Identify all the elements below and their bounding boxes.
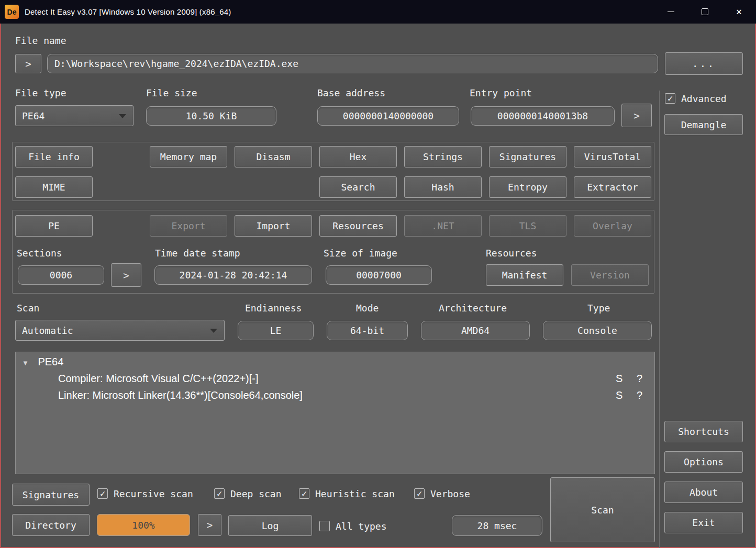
exit-button[interactable]: Exit — [664, 512, 743, 533]
memory-map-button[interactable]: Memory map — [150, 146, 227, 167]
deep-scan-label: Deep scan — [230, 488, 282, 499]
scan-method-select[interactable]: Automatic — [15, 320, 225, 341]
check-icon: ✓ — [417, 489, 422, 498]
file-path-input[interactable]: D:\Workspace\rev\hgame_2024\ezIDA\ezIDA.… — [47, 54, 658, 73]
all-types-label: All types — [336, 521, 387, 532]
file-type-label: File type — [15, 87, 66, 98]
heuristic-scan-label: Heuristic scan — [315, 488, 395, 499]
chevron-right-icon: > — [207, 519, 213, 531]
overlay-button: Overlay — [574, 215, 651, 237]
pe-button[interactable]: PE — [15, 215, 93, 237]
resources-button[interactable]: Resources — [319, 215, 397, 237]
manifest-button[interactable]: Manifest — [486, 264, 563, 286]
shortcuts-button[interactable]: Shortcuts — [664, 421, 743, 442]
elapsed-time-value: 28 msec — [452, 515, 542, 536]
verbose-checkbox[interactable]: ✓ Verbose — [414, 486, 470, 501]
dropdown-arrow-icon — [119, 114, 126, 118]
entropy-button[interactable]: Entropy — [489, 176, 566, 198]
right-panel-divider — [659, 91, 660, 548]
minimize-icon — [668, 12, 674, 12]
checkbox-box — [319, 521, 330, 531]
entry-point-goto-button[interactable]: > — [621, 104, 652, 127]
dotnet-button: .NET — [404, 215, 482, 237]
checkbox-box: ✓ — [299, 488, 309, 499]
sections-label: Sections — [17, 248, 62, 259]
chevron-right-icon: > — [25, 58, 31, 70]
checkbox-box: ✓ — [665, 93, 675, 104]
check-icon: ✓ — [302, 489, 307, 498]
app-icon: De — [5, 5, 19, 19]
dropdown-arrow-icon — [210, 329, 217, 333]
close-button[interactable]: × — [722, 0, 756, 24]
size-of-image-value: 00007000 — [326, 265, 432, 285]
maximize-button[interactable] — [688, 0, 722, 24]
info-link[interactable]: ? — [637, 373, 642, 385]
options-button[interactable]: Options — [664, 451, 743, 473]
mime-button[interactable]: MIME — [15, 176, 93, 198]
recursive-scan-checkbox[interactable]: ✓ Recursive scan — [97, 486, 193, 501]
signature-view-link[interactable]: S — [616, 389, 622, 401]
result-row-compiler[interactable]: Compiler: Microsoft Visual C/C++(2022+)[… — [58, 373, 259, 385]
about-button[interactable]: About — [664, 482, 743, 503]
time-date-stamp-label: Time date stamp — [155, 248, 240, 259]
scan-method-value: Automatic — [22, 325, 73, 336]
directory-button[interactable]: Directory — [12, 514, 90, 536]
advanced-checkbox-label: Advanced — [681, 93, 727, 104]
log-button[interactable]: Log — [228, 515, 312, 536]
tree-root-row[interactable]: ▼ PE64 — [22, 356, 63, 368]
deep-scan-checkbox[interactable]: ✓ Deep scan — [214, 486, 282, 501]
signatures-file-button[interactable]: Signatures — [12, 484, 90, 506]
advanced-checkbox[interactable]: ✓ Advanced — [665, 91, 727, 106]
progress-bar: 100% — [97, 514, 190, 536]
hash-button[interactable]: Hash — [404, 176, 482, 198]
scan-button[interactable]: Scan — [550, 477, 655, 542]
verbose-label: Verbose — [430, 488, 470, 499]
type-label: Type — [587, 303, 610, 314]
endianness-value: LE — [238, 321, 314, 340]
checkbox-box: ✓ — [414, 488, 425, 499]
size-of-image-label: Size of image — [324, 248, 397, 259]
entry-point-label: Entry point — [470, 87, 532, 98]
search-button[interactable]: Search — [319, 176, 397, 198]
file-open-arrow-button[interactable]: > — [15, 54, 41, 73]
file-info-button[interactable]: File info — [15, 146, 93, 167]
scan-results-panel: ▼ PE64 Compiler: Microsoft Visual C/C++(… — [15, 352, 655, 474]
chevron-right-icon: > — [123, 270, 129, 281]
chevron-right-icon: > — [633, 110, 639, 121]
file-type-select[interactable]: PE64 — [15, 105, 134, 126]
browse-button[interactable]: ... — [665, 52, 743, 75]
info-link[interactable]: ? — [637, 389, 642, 401]
main-window: File name > D:\Workspace\rev\hgame_2024\… — [0, 24, 756, 548]
import-button[interactable]: Import — [235, 215, 312, 237]
signature-view-link[interactable]: S — [616, 373, 622, 385]
tree-root-label: PE64 — [38, 356, 63, 367]
checkbox-box: ✓ — [97, 488, 108, 499]
base-address-label: Base address — [317, 87, 385, 98]
file-type-value: PE64 — [22, 110, 45, 121]
window-controls: × — [654, 0, 756, 24]
mode-value: 64-bit — [327, 321, 408, 340]
virustotal-button[interactable]: VirusTotal — [574, 146, 651, 167]
all-types-checkbox[interactable]: All types — [319, 519, 387, 533]
progress-goto-button[interactable]: > — [198, 514, 221, 536]
architecture-value: AMD64 — [421, 321, 530, 340]
file-name-label: File name — [15, 35, 66, 46]
extractor-button[interactable]: Extractor — [574, 176, 651, 198]
sections-goto-button[interactable]: > — [111, 263, 141, 287]
version-button: Version — [571, 264, 649, 286]
file-size-value: 10.50 KiB — [146, 106, 276, 126]
tls-button: TLS — [489, 215, 566, 237]
check-icon: ✓ — [100, 489, 105, 498]
demangle-button[interactable]: Demangle — [664, 114, 743, 135]
heuristic-scan-checkbox[interactable]: ✓ Heuristic scan — [299, 486, 395, 501]
file-size-label: File size — [146, 87, 197, 98]
tree-collapse-icon[interactable]: ▼ — [22, 359, 29, 367]
checkbox-box: ✓ — [214, 488, 225, 499]
minimize-button[interactable] — [654, 0, 688, 24]
hex-button[interactable]: Hex — [319, 146, 397, 167]
signatures-button[interactable]: Signatures — [489, 146, 566, 167]
disasm-button[interactable]: Disasm — [235, 146, 312, 167]
close-icon: × — [736, 7, 742, 17]
strings-button[interactable]: Strings — [404, 146, 482, 167]
result-row-linker[interactable]: Linker: Microsoft Linker(14.36**)[Consol… — [58, 389, 303, 401]
